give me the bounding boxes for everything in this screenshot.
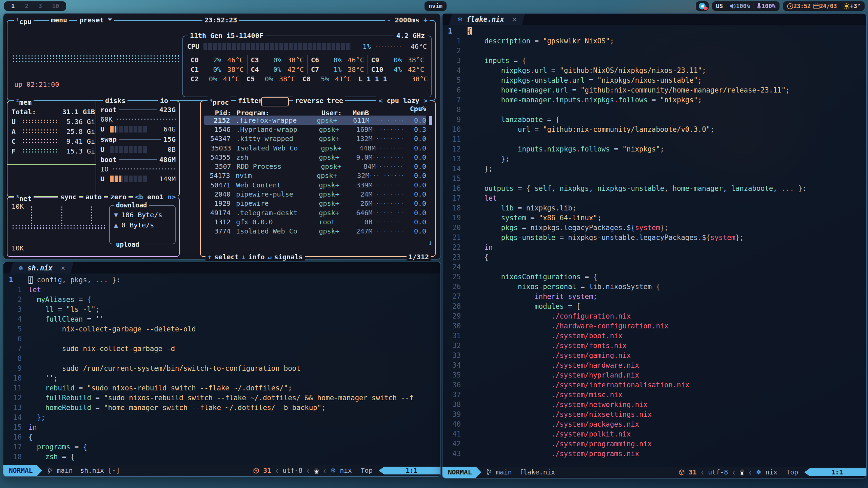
window-title-label: nvim [429,3,442,9]
net-auto-button[interactable]: auto [83,192,104,201]
proc-scroll-down-indicator[interactable]: ↓ [428,239,432,247]
proc-row[interactable]: 54355zshgpsk+9.0M·········0.0 [204,152,426,162]
preset-button[interactable]: preset * [77,16,114,24]
memory-usage-graph [22,139,58,144]
code-line: 30 ./hardware-configuration.nix [442,321,866,331]
tab-sh-nix[interactable]: ❄ sh.nix × [10,262,74,273]
signals-key[interactable]: signals [274,252,303,261]
code-line: 11 [442,135,866,144]
code-line: 13 homeRebuild = "home-manager switch --… [3,403,440,413]
proc-scrollbar-thumb[interactable] [429,116,432,125]
workspace-2[interactable]: 2 [20,3,33,9]
net-zero-button[interactable]: zero [108,192,129,201]
clock-time[interactable]: 23:52 [793,3,811,9]
mic-level[interactable]: 100% [762,3,775,9]
weather-temperature[interactable]: +3° [850,3,861,9]
net-sync-button[interactable]: sync [58,192,79,201]
memory-stat-row: F15.3 Gi [12,146,95,156]
proc-row[interactable]: 3507RDD Processgpsk+84M········0.0 [204,162,426,171]
line-number: 6 [442,85,468,95]
proc-row[interactable]: 35033Isolated Web Cogpsk+448M········0.0 [204,143,426,152]
net-scale-bottom: 10K [12,244,24,252]
code-line: 9 lanzaboote = { [442,115,866,125]
proc-row[interactable]: 3774Isolated Web Cogpsk+247M·········0.0 [204,227,426,236]
code-line: 42 ./system/programming.nix [442,439,866,449]
code-line: 17 programs = { [3,442,440,452]
proc-row[interactable]: 54347.kitty-wrappedgpsk+132M·········0.0 [204,134,426,143]
proc-row[interactable]: 1929pipewiregpsk+26M·········0.0 [204,199,426,208]
clock-date[interactable]: 24/03 [820,3,837,9]
code-line: 18 zsh = { [3,452,440,462]
tab-flake-nix[interactable]: ❄ flake.nix × [449,14,525,25]
workspace-3[interactable]: 3 [34,3,47,9]
code-line: 34 ./system/hardware.nix [442,361,866,370]
line-number: 22 [442,243,468,252]
code-area-sh-nix[interactable]: 1{ config, pkgs, ... }:1let2 myAliases =… [3,273,440,465]
memory-usage-graph [22,119,58,124]
nix-snowflake-icon: ❄ [18,264,24,272]
proc-row[interactable]: 50471Web Contentgpsk+339M·········0.0 [204,180,426,189]
info-key[interactable]: info [248,252,264,261]
code-line: 31 ./system/boot.nix [442,331,866,341]
proc-row[interactable]: 2040pipewire-pulsegpsk+24M·········0.0 [204,189,426,199]
proc-sort-selector[interactable]: < cpu lazy > [376,96,430,105]
code-line: 4 nixpkgs.url = "github:NixOS/nixpkgs/ni… [442,66,866,76]
tab-close-icon[interactable]: × [513,15,517,23]
git-branch-name[interactable]: main [496,468,512,476]
line-number: 2 [3,295,28,305]
proc-row[interactable]: 54173nvimgpsk+32M··· ······0.0 [204,171,426,180]
code-line: 24 [442,262,866,272]
select-key[interactable]: select [214,252,239,261]
code-line: 4 fullClean = '' [3,314,440,324]
linux-penguin-icon [739,469,745,475]
cpu-core-readout: C71%38°C [307,65,368,74]
file-encoding: utf-8 [708,468,728,476]
workspace-1[interactable]: 1 [6,3,20,9]
line-number: 40 [442,420,468,429]
microphone-icon[interactable] [756,3,762,9]
disk-used-meter: U0B [100,144,176,155]
code-line: 15in [3,423,440,432]
proc-row[interactable]: 1312gfx_0.0.0root0B·········0.0 [204,217,426,226]
disk-io-graph [116,118,176,121]
proc-filter-button[interactable]: filter [236,96,264,105]
keyboard-layout[interactable]: US [716,3,723,9]
volume-level[interactable]: 100% [736,3,750,9]
package-cube-icon [679,469,685,475]
line-number: 11 [3,383,28,393]
code-area-flake-nix[interactable]: 1{1 description = "gpskwlkr NixOS";23 in… [442,25,866,467]
git-branch-name[interactable]: main [57,467,73,474]
disk-section-header: root423G [100,105,176,115]
proc-reverse-button[interactable]: reverse [293,96,326,105]
proc-row[interactable]: 1546.Hyprland-wrappgpsk+169M· ·······0.3 [204,125,426,134]
separator-icon: ‹ [732,466,735,478]
line-number: 13 [3,403,28,413]
code-line: 43 ./system/programs.nix [442,449,866,459]
separator-icon: ‹ [701,466,704,478]
line-number: 12 [442,144,468,154]
io-toggle[interactable]: io [158,96,170,105]
disks-toggle[interactable]: disks [103,96,127,105]
refresh-interval-control[interactable]: - 2000ms + [385,16,430,24]
upload-rate: ▲ 0 Byte/s [110,220,175,230]
proc-row[interactable]: 2152.firefox-wrappegpsk+611M· ···· ···0.… [204,116,426,125]
proc-row[interactable]: 49174.telegram-desktgpsk+646M······ ··0.… [204,208,426,217]
nvim-window-sh-nix: ❄ sh.nix × 1{ config, pkgs, ... }:1let2 … [3,262,441,477]
net-panel-title: 3net [14,192,34,203]
menu-button[interactable]: menu [49,16,69,24]
tab-close-icon[interactable]: × [61,264,65,272]
line-number: 9 [3,364,28,373]
cursor-position: 1:1 [379,467,440,474]
cpu-panel-title: 1cpu [14,16,34,26]
workspace-10[interactable]: 10 [47,3,64,9]
proc-tree-button[interactable]: tree [325,96,345,105]
speaker-icon[interactable] [729,3,736,9]
cpu-usage-graph [12,55,181,62]
code-line: 3 ll = "ls -l"; [3,305,440,314]
vim-mode-indicator: NORMAL [442,467,481,478]
tray[interactable]: 8 [696,1,709,11]
net-interface-selector[interactable]: <b eno1 n> [133,192,178,201]
disk-used-meter: U149M [100,174,176,184]
code-line: 1 description = "gpskwlkr NixOS"; [442,36,866,46]
line-number: 2 [442,46,468,56]
